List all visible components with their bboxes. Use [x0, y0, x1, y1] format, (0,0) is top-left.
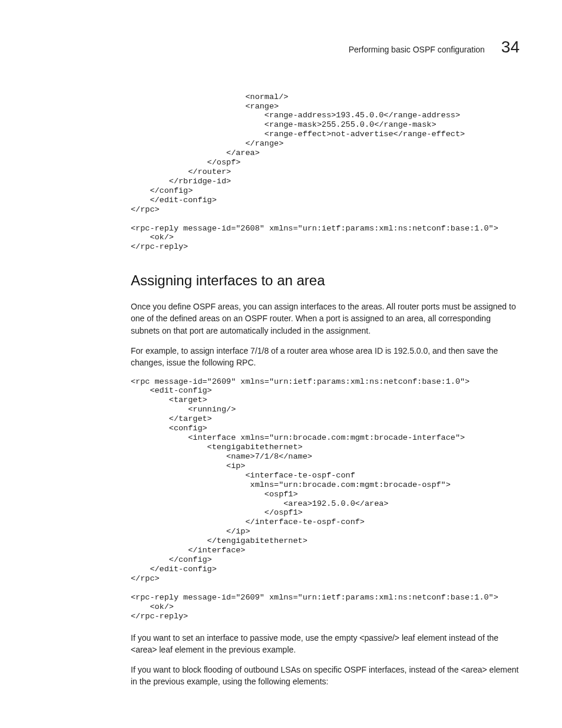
page-header: Performing basic OSPF configuration 34: [42, 35, 520, 60]
body-paragraph: If you want to set an interface to passi…: [131, 632, 520, 656]
section-heading: Assigning interfaces to an area: [131, 271, 520, 291]
chapter-number: 34: [501, 35, 520, 60]
body-paragraph: For example, to assign interface 7/1/8 o…: [131, 345, 520, 369]
body-paragraph: Once you define OSPF areas, you can assi…: [131, 301, 520, 337]
code-block-rpc-1: <normal/> <range> <range-address>193.45.…: [131, 93, 520, 252]
running-head-title: Performing basic OSPF configuration: [349, 44, 485, 55]
body-paragraph: If you want to block flooding of outboun…: [131, 664, 520, 688]
code-block-rpc-2: <rpc message-id="2609" xmlns="urn:ietf:p…: [131, 377, 520, 621]
content-body: <normal/> <range> <range-address>193.45.…: [42, 93, 520, 688]
